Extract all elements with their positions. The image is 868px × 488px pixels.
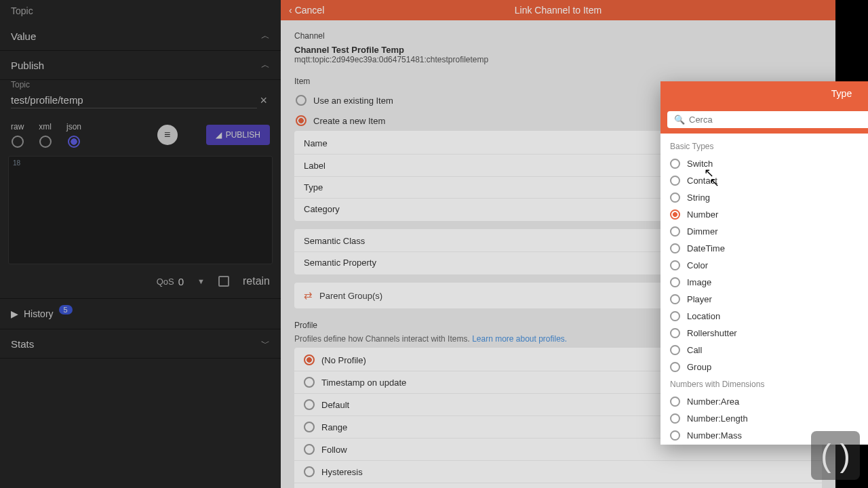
- cancel-label: Cancel: [295, 5, 325, 16]
- type-option-label: Dimmer: [687, 226, 718, 237]
- modal-search[interactable]: 🔍: [667, 111, 868, 128]
- radio-icon: [670, 226, 680, 237]
- history-count-badge: 5: [59, 305, 73, 314]
- format-json[interactable]: json: [66, 122, 81, 148]
- radio-icon: [670, 294, 680, 304]
- type-option[interactable]: Color: [660, 257, 868, 274]
- clear-topic-icon[interactable]: ×: [257, 94, 270, 108]
- type-option-label: Location: [687, 311, 720, 321]
- radio-icon: [68, 136, 80, 148]
- modal-body[interactable]: Basic TypesSwitchContactStringNumberDimm…: [660, 134, 868, 445]
- type-option-label: Contact: [687, 176, 717, 186]
- cancel-button[interactable]: ‹ Cancel: [289, 5, 324, 16]
- profile-label: Follow: [321, 445, 347, 455]
- type-option-label: Number:Area: [687, 396, 739, 407]
- publish-section-header[interactable]: Publish ︿: [0, 51, 281, 80]
- radio-icon: [670, 260, 680, 270]
- page-title: Link Channel to Item: [515, 5, 601, 16]
- history-label: History: [24, 308, 54, 319]
- search-icon: 🔍: [674, 115, 685, 125]
- field-label: Semantic Class: [304, 236, 365, 246]
- type-option-label: String: [687, 192, 710, 203]
- radio-icon: [296, 115, 307, 126]
- publish-label: Publish: [11, 60, 44, 71]
- radio-icon: [12, 136, 24, 148]
- corner-badge: ( ): [811, 431, 860, 480]
- type-option[interactable]: Number:Length: [660, 410, 868, 427]
- radio-icon: [670, 176, 680, 186]
- parent-groups-label: Parent Group(s): [319, 291, 382, 301]
- radio-icon: [296, 95, 307, 106]
- type-option[interactable]: Dimmer: [660, 223, 868, 240]
- profile-option[interactable]: Hysteresis: [294, 461, 822, 483]
- chevron-down-icon: ﹀: [261, 338, 270, 350]
- stats-label: Stats: [11, 338, 34, 350]
- modal-title: Type: [831, 88, 852, 99]
- type-option[interactable]: Switch: [660, 155, 868, 172]
- format-json-label: json: [66, 122, 81, 131]
- value-section-header[interactable]: Value ︿: [0, 22, 281, 51]
- type-option-label: Color: [687, 260, 708, 270]
- play-icon: ▶: [11, 308, 18, 319]
- radio-icon: [670, 413, 680, 424]
- publish-button[interactable]: ◢ PUBLISH: [206, 125, 270, 145]
- format-xml[interactable]: xml: [39, 122, 52, 148]
- radio-icon: [304, 354, 315, 365]
- type-option[interactable]: String: [660, 189, 868, 206]
- radio-icon: [670, 243, 680, 253]
- type-option-label: Group: [687, 362, 711, 372]
- publish-button-label: PUBLISH: [226, 130, 260, 140]
- field-label: Name: [304, 138, 358, 148]
- profile-label: Default: [321, 400, 349, 410]
- profile-label: (No Profile): [321, 355, 366, 365]
- type-option[interactable]: DateTime: [660, 240, 868, 257]
- type-option[interactable]: Number:Area: [660, 393, 868, 410]
- type-option[interactable]: Number: [660, 206, 868, 223]
- topic-section-header[interactable]: Topic: [0, 0, 281, 22]
- type-option[interactable]: Group: [660, 359, 868, 375]
- type-option-label: Call: [687, 345, 702, 355]
- profile-learn-more-link[interactable]: Learn more about profiles.: [472, 334, 567, 344]
- option-label: Use an existing Item: [313, 96, 393, 106]
- profile-label: Hysteresis: [321, 467, 363, 477]
- right-side: ‹ Cancel Link Channel to Item Channel Ch…: [281, 0, 868, 488]
- type-picker-modal: Type Chiudi 🔍 Basic TypesSwitchContactSt…: [660, 81, 868, 445]
- radio-icon: [670, 328, 680, 338]
- publish-topic-input[interactable]: [11, 92, 257, 108]
- channel-id: mqtt:topic:2d949ec39a:0d64751481:chtestp…: [294, 55, 822, 64]
- profile-label: Range: [321, 422, 347, 432]
- chevron-down-icon[interactable]: ▼: [197, 277, 205, 285]
- format-editor-icon[interactable]: ≡: [157, 125, 178, 145]
- qos-label: QoS: [157, 277, 174, 287]
- modal-search-input[interactable]: [689, 115, 868, 125]
- type-option[interactable]: Location: [660, 308, 868, 325]
- profile-label: Timestamp on update: [321, 378, 406, 388]
- format-raw[interactable]: raw: [11, 122, 24, 148]
- qos-value[interactable]: 0: [178, 276, 184, 287]
- app-bar: ‹ Cancel Link Channel to Item: [281, 0, 835, 20]
- radio-icon: [670, 345, 680, 355]
- retain-checkbox[interactable]: [218, 276, 229, 287]
- history-section[interactable]: ▶ History 5: [0, 298, 281, 329]
- type-option[interactable]: Call: [660, 342, 868, 359]
- payload-editor[interactable]: 18: [8, 156, 273, 264]
- channel-name: Channel Test Profile Temp: [294, 45, 822, 55]
- radio-icon: [670, 277, 680, 287]
- chevron-left-icon: ‹: [289, 5, 292, 16]
- chevron-up-icon: ︿: [261, 30, 270, 42]
- type-option[interactable]: Contact: [660, 172, 868, 189]
- send-icon: ◢: [216, 130, 222, 140]
- type-option[interactable]: Player: [660, 291, 868, 308]
- radio-icon: [670, 396, 680, 407]
- field-label: Semantic Property: [304, 258, 376, 268]
- stats-section-header[interactable]: Stats ﹀: [0, 329, 281, 359]
- radio-icon: [670, 209, 680, 220]
- type-option-label: Number: [687, 209, 718, 220]
- radio-icon: [304, 466, 315, 477]
- type-option[interactable]: Rollershutter: [660, 325, 868, 342]
- section-channel: Channel: [294, 27, 822, 45]
- modal-header: Type Chiudi: [660, 81, 868, 106]
- radio-icon: [670, 192, 680, 203]
- profile-option[interactable]: Offset: [294, 483, 822, 488]
- type-option[interactable]: Image: [660, 274, 868, 291]
